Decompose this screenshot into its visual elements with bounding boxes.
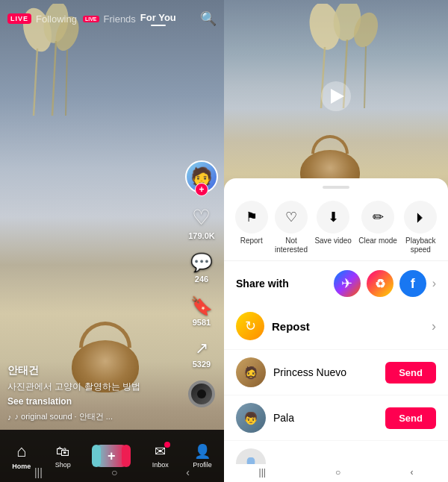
- bookmark-count: 9581: [193, 318, 211, 327]
- right-system-nav: ||| ○ ‹: [224, 464, 448, 481]
- share-button[interactable]: ↗ 5329: [193, 339, 211, 369]
- playback-speed-label: Playbackspeed: [405, 237, 436, 254]
- right-nav-home[interactable]: ○: [335, 467, 340, 478]
- nav-tab-friends[interactable]: Friends: [104, 13, 136, 25]
- left-nav-home[interactable]: ○: [111, 466, 117, 478]
- left-panel: LIVE Following LIVE Friends For You 🔍 🧑 …: [0, 0, 224, 482]
- contact-avatar-princess: 🧔: [236, 357, 266, 387]
- contact-left-princess: 🧔 Princess Nuevo: [236, 357, 346, 387]
- save-video-pill[interactable]: ⬇ Save video: [314, 201, 351, 254]
- tiktok-icon: ♻: [375, 277, 385, 291]
- send-button-pala[interactable]: Send: [385, 407, 436, 429]
- send-button-princess[interactable]: Send: [385, 362, 436, 384]
- share-with-label: Share with: [236, 278, 289, 289]
- contact-row-princess: 🧔 Princess Nuevo Send: [224, 350, 448, 395]
- save-video-icon: ⬇: [317, 201, 349, 234]
- shop-icon: 🛍: [56, 444, 69, 460]
- left-nav-back[interactable]: ‹: [186, 466, 190, 478]
- creator-avatar-container[interactable]: 🧑 +: [185, 160, 218, 193]
- not-interested-pill[interactable]: ♡ Notinterested: [275, 201, 308, 254]
- follow-plus-button[interactable]: +: [195, 183, 208, 196]
- more-share-options-chevron[interactable]: ›: [432, 277, 436, 290]
- messenger-share-button[interactable]: ✈: [334, 270, 361, 297]
- comment-icon: 💬: [190, 252, 213, 273]
- contact-avatar-pala: 👦: [236, 403, 266, 433]
- svg-line-3: [34, 48, 37, 116]
- nav-left-section: LIVE Following LIVE Friends For You: [7, 12, 176, 26]
- right-nav-back[interactable]: ‹: [410, 467, 413, 478]
- save-video-label: Save video: [314, 237, 351, 245]
- video-description: 사진관에서 고양이 촬영하는 빙법: [7, 381, 175, 393]
- repost-arrows-icon: ↻: [245, 318, 256, 334]
- live-logo: LIVE: [7, 13, 31, 24]
- not-interested-icon: ♡: [275, 201, 308, 234]
- like-count: 179.0K: [188, 231, 214, 240]
- plus-icon: +: [108, 448, 116, 464]
- share-icon: ↗: [195, 339, 208, 358]
- report-icon: ⚑: [235, 201, 268, 234]
- action-pills-row: ⚑ Report ♡ Notinterested ⬇ Save video ✏ …: [224, 195, 448, 261]
- sound-info[interactable]: ♪ ♪ original sound · 안태건 ...: [7, 411, 175, 422]
- contact-left-pala: 👦 Pala: [236, 403, 294, 433]
- play-button-overlay[interactable]: [321, 81, 351, 111]
- playback-speed-icon: ⏵: [404, 201, 437, 234]
- report-label: Report: [240, 237, 263, 245]
- left-nav-bars[interactable]: |||: [34, 466, 43, 478]
- clear-mode-pill[interactable]: ✏ Clear mode: [358, 201, 397, 254]
- sound-text: ♪ original sound · 안태건 ...: [15, 411, 113, 422]
- not-interested-label: Notinterested: [275, 237, 308, 254]
- play-triangle-icon: [331, 89, 344, 104]
- video-info: 안태건 사진관에서 고양이 촬영하는 빙법 See translation ♪ …: [7, 364, 175, 422]
- inbox-badge-container: ✉: [155, 443, 166, 460]
- repost-row[interactable]: ↻ Repost ›: [224, 303, 448, 350]
- comment-button[interactable]: 💬 246: [190, 252, 213, 284]
- comment-count: 246: [195, 275, 208, 284]
- top-navigation: LIVE Following LIVE Friends For You 🔍: [0, 0, 224, 37]
- profile-icon: 👤: [194, 443, 211, 460]
- home-icon: ⌂: [16, 442, 26, 461]
- music-note-icon: ♪: [7, 413, 12, 422]
- clear-mode-label: Clear mode: [358, 237, 397, 245]
- messenger-icon: ✈: [341, 275, 352, 292]
- share-count: 5329: [193, 360, 211, 369]
- bookmark-button[interactable]: 🔖 9581: [190, 295, 213, 327]
- share-icons-group: ✈ ♻ f ›: [334, 270, 436, 297]
- contact-name-pala: Pala: [273, 412, 294, 424]
- svg-line-11: [364, 46, 366, 108]
- facebook-icon: f: [411, 276, 415, 292]
- see-translation-link[interactable]: See translation: [7, 396, 175, 407]
- sound-disc-icon: [188, 381, 215, 407]
- like-button[interactable]: ♡ 179.0K: [188, 205, 214, 240]
- left-system-nav: ||| ○ ‹: [0, 464, 224, 481]
- playback-speed-pill[interactable]: ⏵ Playbackspeed: [404, 201, 437, 254]
- facebook-share-button[interactable]: f: [399, 270, 426, 297]
- repost-chevron-icon: ›: [432, 319, 436, 334]
- live-badge: LIVE: [83, 16, 99, 22]
- app-container: LIVE Following LIVE Friends For You 🔍 🧑 …: [0, 0, 448, 482]
- creator-username[interactable]: 안태건: [7, 364, 175, 378]
- nav-tab-for-you[interactable]: For You: [140, 12, 176, 26]
- heart-icon: ♡: [192, 205, 211, 230]
- report-pill[interactable]: ⚑ Report: [235, 201, 268, 254]
- share-bottom-sheet: ⚑ Report ♡ Notinterested ⬇ Save video ✏ …: [224, 178, 448, 482]
- clear-mode-icon: ✏: [361, 201, 394, 234]
- contact-row-pala: 👦 Pala Send: [224, 395, 448, 441]
- sound-disc[interactable]: [188, 381, 215, 407]
- nav-tab-following[interactable]: Following: [36, 13, 77, 25]
- repost-label: Repost: [272, 320, 310, 333]
- inbox-notification-dot: [164, 442, 170, 448]
- svg-line-4: [52, 41, 56, 116]
- tiktok-share-button[interactable]: ♻: [367, 270, 393, 297]
- search-icon[interactable]: 🔍: [200, 10, 217, 27]
- repost-left-section: ↻ Repost: [236, 312, 310, 340]
- right-panel: ⚑ Report ♡ Notinterested ⬇ Save video ✏ …: [224, 0, 448, 482]
- right-nav-bars[interactable]: |||: [259, 467, 266, 478]
- repost-icon: ↻: [236, 312, 264, 340]
- svg-line-5: [66, 50, 67, 116]
- right-sidebar-actions: 🧑 + ♡ 179.0K 💬 246 🔖 9581 ↗ 5329: [185, 160, 218, 407]
- bookmark-icon: 🔖: [190, 295, 213, 316]
- sheet-drag-handle: [323, 186, 349, 189]
- share-with-row: Share with ✈ ♻ f ›: [224, 261, 448, 303]
- contact-name-princess: Princess Nuevo: [273, 366, 346, 378]
